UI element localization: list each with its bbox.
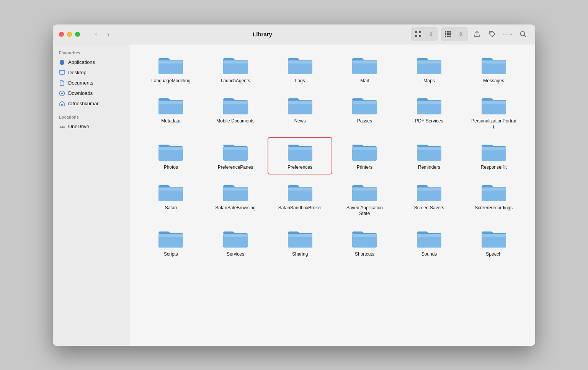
back-button[interactable]: ‹: [91, 29, 101, 39]
folder-item-savedapplicationstate[interactable]: Saved Application State: [332, 178, 397, 221]
svg-rect-12: [449, 36, 451, 37]
documents-icon: [59, 80, 65, 86]
folder-item-metadata[interactable]: Metadata: [139, 91, 203, 134]
main-layout: Favourites Applications Desktop: [53, 44, 535, 346]
folder-label-preferencepanes: PreferencePanes: [218, 165, 253, 171]
svg-rect-10: [445, 36, 446, 37]
sidebar-item-applications[interactable]: Applications: [56, 57, 126, 67]
folder-item-shortcuts[interactable]: Shortcuts: [332, 224, 397, 261]
folder-label-launchagents: LaunchAgents: [221, 78, 250, 84]
folder-item-passes[interactable]: Passes: [332, 91, 397, 134]
folder-item-mobiledocuments[interactable]: Mobile Documents: [203, 91, 268, 134]
folder-item-printers[interactable]: Printers: [332, 137, 397, 174]
svg-rect-30: [352, 60, 377, 64]
sidebar-item-downloads[interactable]: Downloads: [56, 88, 126, 98]
svg-rect-9: [449, 33, 451, 35]
svg-rect-27: [288, 60, 312, 64]
svg-rect-2: [415, 35, 417, 37]
folder-item-responsekit[interactable]: ResponseKit: [461, 137, 526, 174]
folder-item-personalizationportrait[interactable]: PersonalizationPortrait: [461, 91, 526, 134]
folder-item-reminders[interactable]: Reminders: [397, 137, 462, 174]
folder-item-maps[interactable]: Maps: [397, 51, 462, 88]
app-grid-chevron[interactable]: [455, 28, 467, 40]
sidebar-item-home[interactable]: ratneshkumar: [56, 99, 126, 109]
sidebar-item-desktop[interactable]: Desktop: [56, 68, 126, 78]
sort-options-button[interactable]: [425, 28, 437, 40]
folder-item-messages[interactable]: Messages: [461, 51, 526, 88]
folder-item-sharing[interactable]: Sharing: [268, 224, 332, 261]
folder-item-news[interactable]: News: [268, 91, 332, 134]
folder-item-screensavers[interactable]: Screen Savers: [397, 178, 462, 221]
folder-item-mail[interactable]: Mail: [332, 51, 397, 88]
folder-icon-screensavers: [416, 181, 442, 203]
folder-item-safari[interactable]: Safari: [139, 178, 203, 221]
folder-label-mobiledocuments: Mobile Documents: [216, 118, 254, 124]
folder-item-preferences[interactable]: Preferences: [268, 137, 332, 174]
svg-line-15: [524, 35, 526, 37]
forward-button[interactable]: ›: [103, 29, 114, 39]
folder-icon-pdfservices: [416, 95, 442, 116]
folder-icon-logs: [287, 54, 313, 76]
downloads-icon: [59, 90, 65, 96]
close-button[interactable]: [59, 32, 64, 37]
folder-icon-languagemodeling: [158, 54, 184, 76]
folder-item-languagemodeling[interactable]: LanguageModeling: [139, 51, 203, 88]
share-button[interactable]: [471, 28, 483, 40]
folder-item-photos[interactable]: Photos: [139, 137, 203, 174]
folder-item-launchagents[interactable]: LaunchAgents: [203, 51, 268, 88]
folder-label-news: News: [294, 118, 306, 124]
folder-icon-personalizationportrait: [481, 95, 507, 116]
folder-label-metadata: Metadata: [161, 118, 180, 124]
folder-label-reminders: Reminders: [418, 165, 440, 171]
app-grid-button[interactable]: [442, 28, 454, 40]
svg-rect-11: [447, 36, 449, 37]
minimize-button[interactable]: [67, 32, 72, 37]
svg-rect-75: [158, 187, 183, 191]
folder-icon-sharing: [287, 228, 313, 249]
svg-rect-102: [352, 234, 377, 237]
folder-item-scripts[interactable]: Scripts: [139, 224, 203, 261]
folder-item-sounds[interactable]: Sounds: [397, 224, 462, 261]
folder-label-screenrecordings: ScreenRecordings: [475, 205, 513, 211]
locations-label: Locations: [56, 115, 126, 122]
view-toggle-group: [411, 27, 438, 41]
svg-rect-99: [288, 234, 312, 237]
svg-rect-84: [352, 187, 377, 191]
svg-rect-66: [352, 147, 377, 150]
folder-icon-photos: [158, 141, 184, 162]
sidebar-item-label: Applications: [68, 59, 95, 65]
search-button[interactable]: [517, 28, 529, 40]
svg-rect-0: [415, 31, 417, 33]
tag-button[interactable]: [486, 28, 498, 40]
folder-icon-speech: [481, 228, 507, 249]
folder-label-languagemodeling: LanguageModeling: [151, 78, 190, 84]
sidebar-item-onedrive[interactable]: OneDrive: [56, 122, 126, 132]
folder-icon-services: [222, 228, 248, 249]
folder-item-screenrecordings[interactable]: ScreenRecordings: [461, 178, 526, 221]
folder-icon-news: [287, 95, 313, 116]
svg-rect-72: [482, 147, 506, 150]
home-icon: [59, 101, 65, 107]
more-button[interactable]: ···: [501, 28, 514, 40]
sidebar-item-documents[interactable]: Documents: [56, 78, 126, 88]
folder-label-personalizationportrait: PersonalizationPortrait: [471, 118, 517, 130]
folder-item-pdfservices[interactable]: PDF Services: [397, 91, 462, 134]
folder-item-preferencepanes[interactable]: PreferencePanes: [203, 137, 268, 174]
folder-item-safarisandboxbroker[interactable]: SafariSandboxBroker: [268, 178, 332, 221]
folder-icon-screenrecordings: [481, 181, 507, 203]
svg-rect-6: [449, 31, 451, 33]
folder-item-services[interactable]: Services: [203, 224, 268, 261]
svg-rect-42: [223, 101, 248, 104]
svg-rect-8: [447, 33, 449, 35]
folder-icon-metadata: [158, 95, 184, 116]
fullscreen-button[interactable]: [75, 32, 80, 37]
svg-rect-48: [352, 101, 377, 104]
folder-item-safarisafebrowsing[interactable]: SafariSafeBrowsing: [203, 178, 268, 221]
svg-rect-45: [288, 101, 312, 104]
folder-item-speech[interactable]: Speech: [461, 224, 526, 261]
folder-label-printers: Printers: [357, 165, 372, 171]
svg-rect-63: [288, 147, 312, 150]
folder-item-logs[interactable]: Logs: [268, 51, 332, 88]
grid-view-button[interactable]: [412, 28, 424, 40]
applications-icon: [59, 59, 65, 65]
